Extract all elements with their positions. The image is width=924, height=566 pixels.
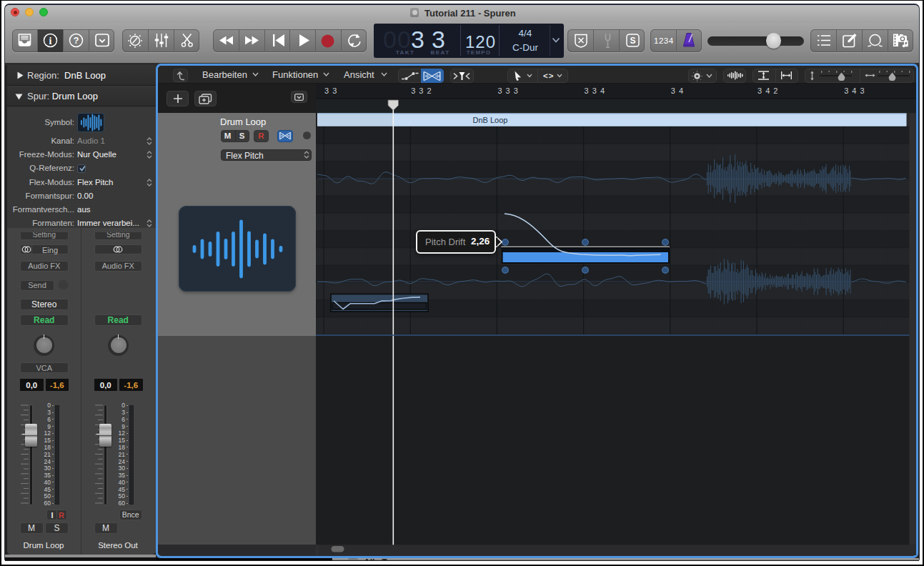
svg-text:i: i xyxy=(49,36,52,46)
svg-text:S: S xyxy=(630,36,635,46)
svg-text:?: ? xyxy=(74,36,79,46)
